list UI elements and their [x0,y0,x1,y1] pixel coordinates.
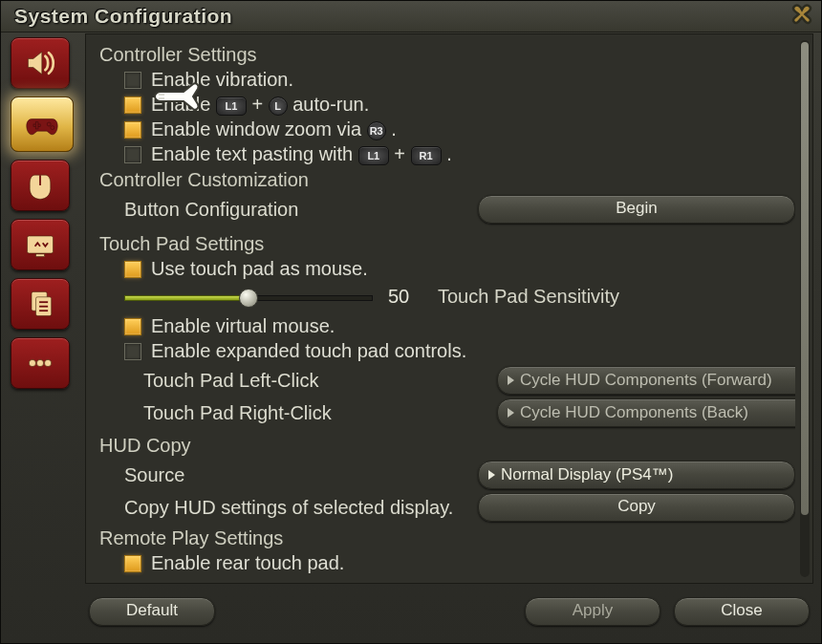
label-windowzoom: Enable window zoom via R3 . [151,118,397,140]
keycap-r3-icon: R3 [367,121,386,140]
svg-point-1 [51,126,54,130]
svg-rect-3 [35,122,38,129]
svg-point-13 [36,359,43,366]
section-controller-settings: Controller Settings [99,44,795,66]
system-config-window: System Configuration [0,0,822,644]
checkbox-windowzoom[interactable] [124,121,141,139]
titlebar: System Configuration [1,1,821,32]
opt-expanded-controls[interactable]: Enable expanded touch pad controls. [124,340,795,362]
keycap-lstick-icon: L [269,97,288,116]
content-scroll: Controller Settings Enable vibration. En… [97,40,795,577]
tab-clipboard[interactable] [11,278,70,330]
touchpad-sensitivity-row: 50 Touch Pad Sensitivity [97,286,795,308]
tab-sound[interactable] [11,37,70,89]
opt-enable-textpaste[interactable]: Enable text pasting with L1 + R1 . [124,143,795,165]
checkbox-expanded-controls[interactable] [124,343,141,360]
touchpad-sensitivity-slider[interactable] [124,290,373,304]
opt-enable-windowzoom[interactable]: Enable window zoom via R3 . [124,118,795,140]
chevron-right-icon [488,470,495,480]
opt-touchpad-mouse[interactable]: Use touch pad as mouse. [124,258,795,280]
label-textpaste: Enable text pasting with L1 + R1 . [151,143,452,165]
select-leftclick[interactable]: Cycle HUD Components (Forward) [497,366,795,395]
checkbox-rear-touch[interactable] [124,555,141,572]
svg-point-14 [45,359,52,366]
label-vibration: Enable vibration. [151,69,293,91]
content-frame: Controller Settings Enable vibration. En… [85,33,813,584]
apply-button[interactable]: Apply [525,597,660,626]
opt-enable-vibration[interactable]: Enable vibration. [124,69,795,91]
chevron-right-icon [508,376,514,385]
window-title: System Configuration [14,5,232,28]
keycap-r1-icon: R1 [411,146,442,165]
tab-mouse[interactable] [11,160,70,211]
close-button[interactable]: Close [674,597,810,626]
footer: Default Apply Close [85,590,813,633]
begin-button[interactable]: Begin [478,195,795,224]
checkbox-virtual-mouse[interactable] [124,318,141,335]
opt-enable-autorun[interactable]: Enable L1 + L auto-run. [124,94,795,116]
keycap-l1b-icon: L1 [358,146,389,165]
copy-button[interactable]: Copy [478,493,795,522]
checkbox-textpaste[interactable] [124,146,141,163]
tab-rail [11,37,74,397]
touchpad-sensitivity-value: 50 [388,286,422,308]
label-rear-touch: Enable rear touch pad. [151,552,344,574]
label-hud-copydesc: Copy HUD settings of selected display. [97,497,478,519]
label-virtual-mouse: Enable virtual mouse. [151,315,335,337]
scrollbar-thumb[interactable] [801,42,809,515]
label-touchpad-mouse: Use touch pad as mouse. [151,258,368,280]
section-hud-copy: HUD Copy [99,435,795,457]
checkbox-touchpad-mouse[interactable] [124,261,141,278]
label-rightclick: Touch Pad Right-Click [97,402,497,424]
label-button-config: Button Configuration [97,199,478,221]
svg-rect-5 [28,236,54,253]
label-autorun: Enable L1 + L auto-run. [151,94,369,116]
opt-virtual-mouse[interactable]: Enable virtual mouse. [124,315,795,337]
chevron-right-icon [508,408,514,418]
keycap-l1-icon: L1 [216,97,247,116]
opt-rear-touch[interactable]: Enable rear touch pad. [124,552,795,574]
tab-display[interactable] [11,219,70,270]
svg-point-12 [29,359,35,366]
tab-controller[interactable] [11,97,74,152]
checkbox-autorun[interactable] [124,97,141,114]
label-leftclick: Touch Pad Left-Click [97,370,497,392]
section-controller-custom: Controller Customization [99,169,795,191]
section-remote-play: Remote Play Settings [99,527,795,549]
checkbox-vibration[interactable] [124,72,141,89]
touchpad-sensitivity-label: Touch Pad Sensitivity [438,286,619,308]
tab-other[interactable] [11,337,70,389]
svg-rect-6 [36,254,45,257]
close-icon[interactable] [787,0,817,30]
svg-point-0 [47,122,51,126]
scrollbar[interactable] [800,40,810,577]
section-touchpad: Touch Pad Settings [99,233,795,255]
label-expanded-controls: Enable expanded touch pad controls. [151,340,466,362]
default-button[interactable]: Default [89,597,215,626]
select-hud-source[interactable]: Normal Display (PS4™) [478,461,795,489]
label-hud-source: Source [97,464,478,486]
select-rightclick[interactable]: Cycle HUD Components (Back) [497,398,795,427]
